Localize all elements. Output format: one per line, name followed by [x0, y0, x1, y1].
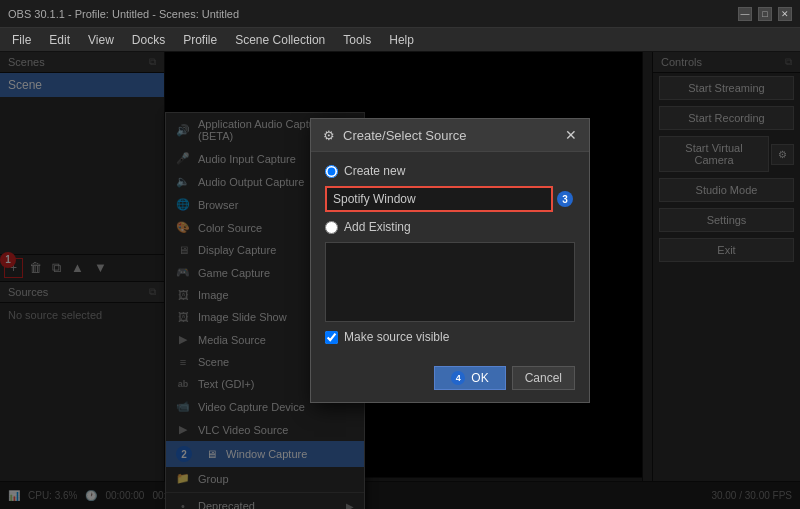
menu-view[interactable]: View — [80, 31, 122, 49]
menu-scene-collection[interactable]: Scene Collection — [227, 31, 333, 49]
modal-footer: 4 OK Cancel — [311, 366, 589, 402]
modal-cancel-button[interactable]: Cancel — [512, 366, 575, 390]
menu-bar: File Edit View Docks Profile Scene Colle… — [0, 28, 800, 52]
close-button[interactable]: ✕ — [778, 7, 792, 21]
step4-badge: 4 — [451, 371, 465, 385]
title-bar: OBS 30.1.1 - Profile: Untitled - Scenes:… — [0, 0, 800, 28]
menu-docks[interactable]: Docks — [124, 31, 173, 49]
maximize-button[interactable]: □ — [758, 7, 772, 21]
existing-sources-list[interactable] — [325, 242, 575, 322]
window-controls: — □ ✕ — [738, 7, 792, 21]
menu-file[interactable]: File — [4, 31, 39, 49]
source-name-input[interactable] — [325, 186, 553, 212]
modal-close-button[interactable]: ✕ — [565, 127, 577, 143]
step3-badge: 3 — [557, 191, 573, 207]
add-existing-row: Add Existing — [325, 220, 575, 234]
create-new-radio[interactable] — [325, 165, 338, 178]
menu-tools[interactable]: Tools — [335, 31, 379, 49]
create-new-row: Create new — [325, 164, 575, 178]
app-window: OBS 30.1.1 - Profile: Untitled - Scenes:… — [0, 0, 800, 509]
modal-header: ⚙ Create/Select Source ✕ — [311, 119, 589, 152]
menu-profile[interactable]: Profile — [175, 31, 225, 49]
content-area: Scenes ⧉ Scene 1 + 🗑 ⧉ ▲ ▼ — [0, 52, 800, 509]
modal-icon: ⚙ — [323, 128, 335, 143]
modal-overlay: ⚙ Create/Select Source ✕ Create new 3 — [0, 52, 800, 509]
add-existing-radio[interactable] — [325, 221, 338, 234]
make-visible-checkbox[interactable] — [325, 331, 338, 344]
create-source-modal: ⚙ Create/Select Source ✕ Create new 3 — [310, 118, 590, 403]
menu-help[interactable]: Help — [381, 31, 422, 49]
modal-body: Create new 3 Add Existing Make source vi… — [311, 152, 589, 366]
make-visible-row: Make source visible — [325, 330, 575, 344]
window-title: OBS 30.1.1 - Profile: Untitled - Scenes:… — [8, 8, 239, 20]
menu-edit[interactable]: Edit — [41, 31, 78, 49]
modal-title-text: ⚙ Create/Select Source — [323, 128, 467, 143]
modal-ok-button[interactable]: 4 OK — [434, 366, 505, 390]
minimize-button[interactable]: — — [738, 7, 752, 21]
